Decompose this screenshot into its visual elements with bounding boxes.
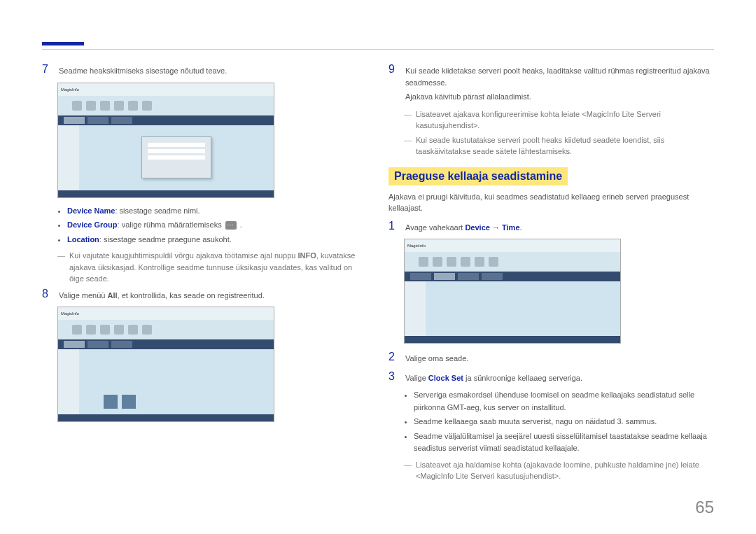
right-column: 9 Kui seade kiidetakse serveri poolt hea…	[388, 63, 714, 485]
bullet-location: Location: sisestage seadme praegune asuk…	[67, 234, 368, 246]
note-step3: ― Lisateavet aja haldamise kohta (ajakav…	[404, 459, 714, 482]
header-accent-bar	[42, 42, 84, 45]
bullet-device-name: Device Name: sisestage seadme nimi.	[67, 205, 368, 218]
step-text: Kui seade kiidetakse serveri poolt heaks…	[405, 63, 714, 103]
note-text: Lisateavet ajakava konfigureerimise koht…	[416, 108, 714, 132]
step-number: 2	[388, 351, 398, 363]
step-1: 1 Avage vahekaart Device → Time.	[388, 220, 714, 234]
step-text: Valige oma seade.	[405, 351, 468, 365]
device-group-text: : valige rühma määratlemiseks	[118, 220, 224, 229]
step-text: Valige menüü All, et kontrollida, kas se…	[59, 288, 265, 302]
step-number: 3	[388, 370, 398, 383]
note-9a: ― Lisateavet ajakava konfigureerimise ko…	[404, 108, 714, 132]
note-dash: ―	[404, 134, 412, 157]
two-column-layout: 7 Seadme heakskiitmiseks sisestage nõutu…	[42, 63, 714, 485]
section-heading: Praeguse kellaaja seadistamine	[388, 167, 568, 185]
device-group-label: Device Group	[67, 220, 118, 229]
bullet-3a: Serveriga esmakordsel ühenduse loomisel …	[414, 389, 714, 414]
step-number: 9	[388, 63, 398, 76]
step-9: 9 Kui seade kiidetakse serveri poolt hea…	[388, 63, 714, 103]
note-9b: ― Kui seade kustutatakse serveri poolt h…	[404, 134, 714, 157]
step7-bullets: Device Name: sisestage seadme nimi. Devi…	[57, 205, 368, 246]
device-name-text: : sisestage seadme nimi.	[115, 206, 200, 215]
step-number: 8	[42, 288, 52, 300]
bullet-3c: Seadme väljalülitamisel ja seejärel uues…	[414, 430, 714, 455]
location-label: Location	[67, 235, 99, 244]
left-column: 7 Seadme heakskiitmiseks sisestage nõutu…	[42, 63, 368, 485]
step3-bullets: Serveriga esmakordsel ühenduse loomisel …	[404, 389, 714, 455]
screenshot-step7: MagicInfo	[57, 83, 274, 198]
screenshot-step1: MagicInfo	[404, 239, 621, 344]
more-icon	[225, 221, 237, 230]
note-text: Kui vajutate kaugjuhtimispuldil võrgu aj…	[69, 250, 368, 285]
step-2: 2 Valige oma seade.	[388, 351, 714, 365]
step-8: 8 Valige menüü All, et kontrollida, kas …	[42, 288, 368, 302]
step-text: Avage vahekaart Device → Time.	[405, 220, 522, 234]
page-number: 65	[695, 498, 714, 517]
step-number: 1	[388, 220, 398, 232]
step-number: 7	[42, 63, 52, 76]
note-text: Kui seade kustutatakse serveri poolt hea…	[416, 134, 714, 157]
screenshot-logo: MagicInfo	[61, 311, 79, 316]
screenshot-step8: MagicInfo	[57, 307, 274, 422]
note-step7: ― Kui vajutate kaugjuhtimispuldil võrgu …	[57, 250, 368, 285]
location-text: : sisestage seadme praegune asukoht.	[99, 235, 232, 244]
bullet-3b: Seadme kellaaega saab muuta serverist, n…	[414, 416, 714, 428]
note-dash: ―	[57, 250, 65, 285]
screenshot-logo: MagicInfo	[61, 87, 79, 92]
note-dash: ―	[404, 459, 412, 482]
step-text: Valige Clock Set ja sünkroonige kellaaeg…	[405, 370, 582, 384]
bullet-device-group: Device Group: valige rühma määratlemisek…	[67, 219, 368, 232]
step-text: Seadme heakskiitmiseks sisestage nõutud …	[59, 63, 227, 77]
note-text: Lisateavet aja haldamise kohta (ajakavad…	[416, 459, 714, 482]
device-name-label: Device Name	[67, 206, 115, 215]
screenshot-logo: MagicInfo	[407, 244, 426, 248]
note-dash: ―	[404, 108, 412, 132]
section-intro: Ajakava ei pruugi käivituda, kui seadmes…	[388, 191, 714, 214]
step-7: 7 Seadme heakskiitmiseks sisestage nõutu…	[42, 63, 368, 77]
step-3: 3 Valige Clock Set ja sünkroonige kellaa…	[388, 370, 714, 384]
header-divider	[42, 49, 714, 50]
